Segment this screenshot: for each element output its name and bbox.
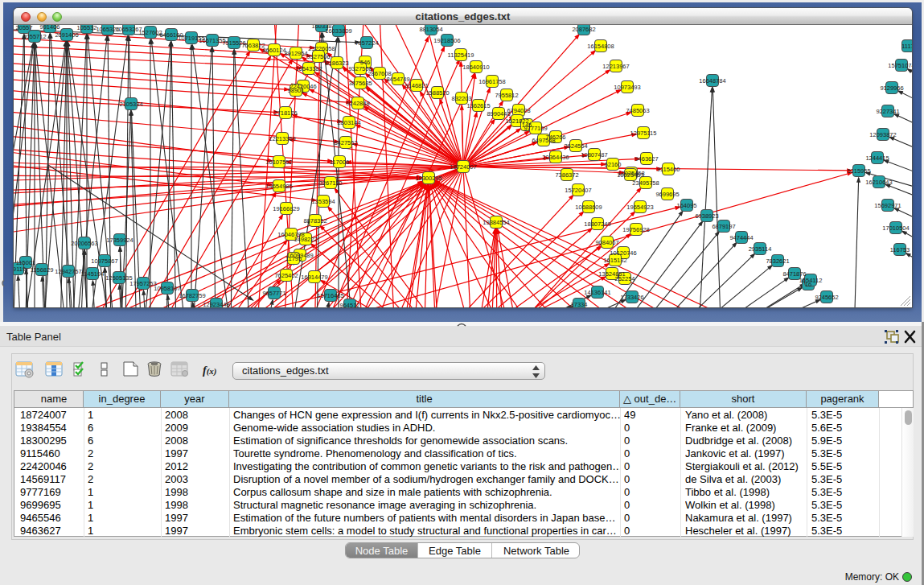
svg-text:9474444: 9474444 — [729, 234, 753, 241]
svg-text:16782759: 16782759 — [179, 292, 205, 299]
svg-text:39119: 39119 — [14, 266, 26, 273]
svg-text:10958107: 10958107 — [154, 285, 180, 292]
svg-text:7386372: 7386372 — [555, 171, 578, 179]
svg-text:10975867: 10975867 — [91, 257, 117, 265]
svg-text:8427552: 8427552 — [334, 139, 357, 146]
svg-text:9245652: 9245652 — [815, 294, 838, 301]
svg-text:832203: 832203 — [451, 95, 471, 102]
svg-text:15692971: 15692971 — [874, 202, 901, 209]
svg-text:7857224: 7857224 — [355, 39, 378, 47]
svg-text:15751074: 15751074 — [888, 62, 912, 69]
svg-text:12923448: 12923448 — [203, 301, 229, 308]
svg-text:16648784: 16648784 — [699, 77, 725, 84]
svg-text:2105334: 2105334 — [119, 101, 142, 108]
svg-text:17957253: 17957253 — [129, 280, 156, 287]
svg-text:16033809: 16033809 — [325, 27, 351, 35]
svg-text:1654112: 1654112 — [799, 277, 823, 284]
svg-text:62160: 62160 — [605, 161, 622, 168]
svg-text:20206563: 20206563 — [71, 240, 97, 247]
svg-text:98901: 98901 — [288, 87, 305, 94]
svg-text:12505135: 12505135 — [105, 274, 132, 282]
svg-text:964512: 964512 — [339, 302, 359, 308]
svg-text:12213967: 12213967 — [602, 63, 629, 70]
svg-text:16154808: 16154808 — [587, 43, 614, 50]
svg-text:10025453: 10025453 — [617, 171, 643, 179]
svg-text:20364436: 20364436 — [542, 154, 569, 161]
svg-text:1244415: 1244415 — [865, 154, 889, 162]
svg-text:2803144: 2803144 — [337, 119, 360, 126]
svg-text:10120746: 10120746 — [610, 249, 636, 257]
svg-text:12213369: 12213369 — [269, 135, 295, 142]
svg-text:252254: 252254 — [614, 275, 634, 282]
svg-text:9242848: 9242848 — [346, 100, 369, 107]
svg-text:15720407: 15720407 — [565, 187, 591, 194]
svg-text:9084067: 9084067 — [595, 239, 618, 246]
svg-text:17359924: 17359924 — [106, 237, 133, 244]
svg-text:3267110: 3267110 — [319, 179, 343, 187]
svg-text:20557: 20557 — [16, 25, 33, 31]
svg-text:1117: 1117 — [901, 43, 912, 50]
svg-text:14136141: 14136141 — [584, 289, 610, 296]
svg-text:16914479: 16914479 — [301, 274, 327, 281]
svg-text:9146821: 9146821 — [405, 82, 428, 89]
svg-text:16107552: 16107552 — [265, 159, 292, 166]
svg-text:19756928: 19756928 — [622, 226, 649, 233]
svg-text:1156829: 1156829 — [31, 266, 54, 274]
svg-text:12942757: 12942757 — [55, 268, 81, 275]
svg-text:12093872: 12093872 — [869, 131, 896, 138]
svg-text:8660124: 8660124 — [262, 47, 285, 54]
svg-text:1362615: 1362615 — [466, 102, 490, 109]
svg-text:2055712: 2055712 — [23, 33, 46, 40]
svg-text:8878352: 8878352 — [303, 217, 326, 225]
svg-text:1353594: 1353594 — [311, 198, 335, 205]
svg-text:12975115: 12975115 — [630, 130, 657, 137]
svg-text:16543382: 16543382 — [295, 65, 322, 72]
svg-text:19384554: 19384554 — [483, 219, 509, 226]
svg-text:10973493: 10973493 — [614, 84, 640, 91]
svg-text:991406: 991406 — [39, 25, 60, 31]
svg-text:1733426: 1733426 — [620, 294, 643, 301]
svg-text:746266: 746266 — [545, 134, 565, 141]
svg-text:7663822: 7663822 — [241, 42, 265, 49]
svg-text:7625402: 7625402 — [274, 272, 298, 279]
svg-text:2691406: 2691406 — [55, 31, 78, 39]
svg-text:7485063: 7485063 — [626, 107, 649, 114]
svg-text:164095: 164095 — [676, 202, 696, 209]
svg-text:9463627: 9463627 — [634, 155, 658, 163]
svg-text:19654985: 19654985 — [265, 183, 292, 190]
svg-text:9227341: 9227341 — [876, 108, 899, 115]
svg-text:11795: 11795 — [285, 255, 302, 262]
svg-text:6938923: 6938923 — [695, 212, 718, 220]
svg-text:3875685: 3875685 — [348, 80, 372, 87]
svg-text:7955812: 7955812 — [495, 92, 518, 99]
svg-text:16210643: 16210643 — [865, 179, 892, 186]
svg-text:1145194: 1145194 — [81, 270, 105, 278]
svg-text:18724007: 18724007 — [450, 163, 476, 171]
svg-text:9129966: 9129966 — [880, 84, 903, 92]
svg-text:18807249: 18807249 — [584, 220, 610, 228]
svg-text:1615132: 1615132 — [603, 257, 626, 264]
svg-text:2087682: 2087682 — [572, 26, 595, 33]
svg-text:1498222: 1498222 — [294, 236, 317, 243]
svg-text:17010504: 17010504 — [882, 225, 909, 232]
svg-text:105532: 105532 — [76, 25, 97, 31]
svg-text:116753: 116753 — [890, 246, 910, 253]
svg-text:9699695: 9699695 — [655, 191, 679, 198]
svg-text:15716485: 15716485 — [317, 292, 343, 299]
svg-text:18640910: 18640910 — [462, 64, 489, 71]
svg-text:9777169: 9777169 — [524, 125, 547, 132]
svg-text:1527602: 1527602 — [138, 29, 162, 36]
svg-text:8813054: 8813054 — [419, 26, 442, 33]
svg-text:6879197: 6879197 — [712, 223, 735, 230]
svg-text:8186323: 8186323 — [325, 60, 348, 67]
svg-text:23495758: 23495758 — [632, 179, 659, 187]
svg-text:7832621: 7832621 — [766, 257, 789, 265]
svg-text:18300295: 18300295 — [415, 175, 441, 182]
svg-text:2718176: 2718176 — [273, 109, 297, 117]
svg-text:6794028: 6794028 — [507, 107, 530, 114]
svg-text:2935114: 2935114 — [749, 245, 772, 253]
svg-text:23226058: 23226058 — [308, 45, 335, 52]
svg-text:9115460: 9115460 — [657, 166, 680, 173]
svg-text:19654923: 19654923 — [626, 204, 653, 211]
svg-text:5215955: 5215955 — [847, 167, 870, 175]
